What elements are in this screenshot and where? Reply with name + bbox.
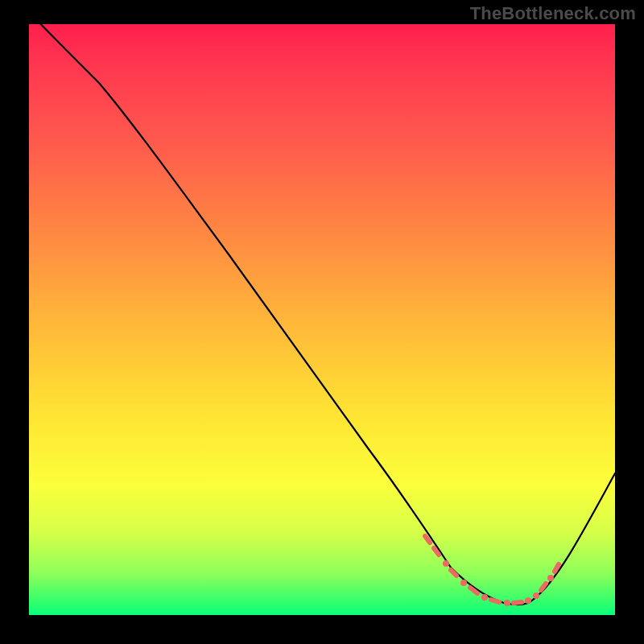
plot-area bbox=[29, 24, 615, 615]
svg-point-4 bbox=[460, 580, 467, 586]
svg-point-6 bbox=[481, 594, 488, 601]
bottleneck-curve-svg bbox=[29, 24, 615, 615]
svg-line-7 bbox=[491, 600, 499, 602]
svg-line-9 bbox=[514, 602, 522, 603]
watermark-text: TheBottleneck.com bbox=[470, 3, 636, 24]
svg-point-8 bbox=[504, 600, 510, 606]
optimal-range-markers bbox=[425, 536, 559, 606]
svg-line-0 bbox=[425, 536, 430, 543]
svg-point-2 bbox=[443, 560, 449, 567]
chart-frame: TheBottleneck.com bbox=[0, 0, 644, 644]
bottleneck-curve bbox=[29, 12, 615, 605]
svg-point-13 bbox=[547, 575, 554, 581]
svg-point-10 bbox=[525, 597, 531, 604]
svg-line-3 bbox=[451, 570, 456, 576]
svg-point-11 bbox=[533, 592, 539, 599]
